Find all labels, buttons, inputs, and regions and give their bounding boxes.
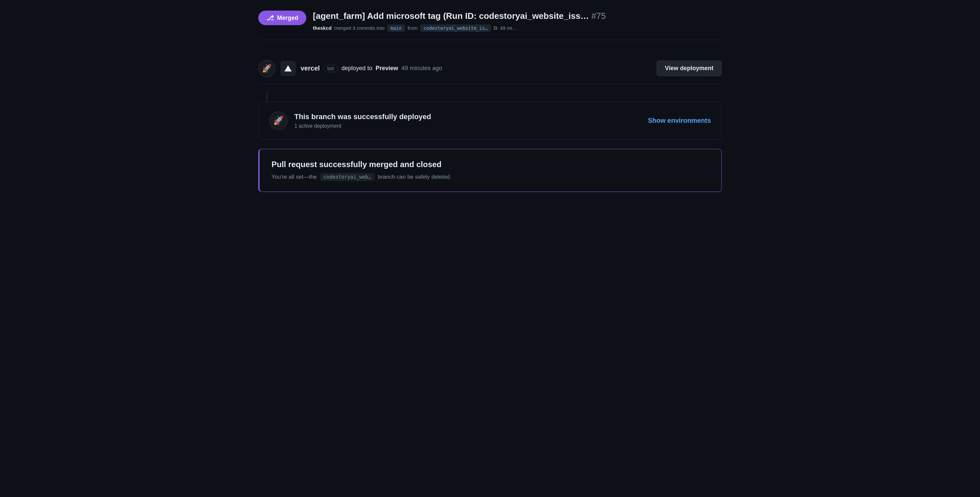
rocket-green-emoji: 🚀 — [273, 116, 284, 126]
success-card-left: 🚀 This branch was successfully deployed … — [269, 111, 431, 130]
deployment-text: vercel bot deployed to Preview 49 minute… — [301, 65, 442, 72]
merged-branch-pill: codestoryai_web… — [320, 173, 375, 181]
merged-badge-label: Merged — [277, 14, 298, 22]
pr-author[interactable]: theskcd — [313, 25, 332, 31]
bot-badge: bot — [323, 65, 338, 72]
copy-icon[interactable]: ⧉ — [494, 25, 497, 31]
connector-line — [267, 92, 267, 102]
service-name: vercel — [301, 65, 320, 72]
rocket-circle-icon: 🚀 — [258, 60, 275, 77]
view-deployment-button[interactable]: View deployment — [657, 60, 722, 76]
show-environments-link[interactable]: Show environments — [648, 117, 711, 124]
deployed-text: deployed to — [341, 65, 372, 72]
merged-card-body: You're all set—the codestoryai_web… bran… — [272, 173, 710, 181]
merged-card-title: Pull request successfully merged and clo… — [272, 160, 710, 169]
pr-meta: theskcd merged 3 commits into main from … — [313, 24, 606, 32]
pr-number: #75 — [591, 11, 606, 21]
pr-title-section: [agent_farm] Add microsoft tag (Run ID: … — [313, 11, 606, 32]
rocket-green-icon: 🚀 — [269, 111, 288, 130]
deployment-time: 49 minutes ago — [401, 65, 442, 72]
success-text-block: This branch was successfully deployed 1 … — [294, 113, 431, 129]
pr-from-text: from — [407, 25, 417, 31]
pr-title-text: [agent_farm] Add microsoft tag (Run ID: … — [313, 11, 589, 21]
vercel-triangle-icon — [285, 65, 292, 71]
success-subtitle: 1 active deployment — [294, 123, 431, 129]
pr-action-text: merged 3 commits into — [334, 25, 385, 31]
success-card: 🚀 This branch was successfully deployed … — [258, 102, 722, 140]
merge-icon: ⎇ — [266, 14, 274, 22]
environment-name: Preview — [375, 65, 398, 72]
vercel-logo — [281, 61, 295, 76]
merged-body-suffix: branch can be safely deleted. — [378, 174, 451, 180]
deployment-left: 🚀 vercel bot deployed to Preview 49 minu… — [258, 60, 442, 77]
success-title: This branch was successfully deployed — [294, 113, 431, 121]
merged-card: Pull request successfully merged and clo… — [258, 149, 722, 192]
pr-title: [agent_farm] Add microsoft tag (Run ID: … — [313, 11, 606, 22]
pr-base-branch[interactable]: main — [387, 24, 405, 32]
deployment-row: 🚀 vercel bot deployed to Preview 49 minu… — [258, 53, 722, 84]
rocket-icon: 🚀 — [262, 64, 272, 73]
pr-head-branch[interactable]: codestoryai_website_is… — [420, 24, 491, 32]
merged-body-prefix: You're all set—the — [272, 174, 317, 180]
merged-badge: ⎇ Merged — [258, 11, 306, 25]
pr-time: 49 mi… — [500, 25, 517, 31]
pr-header: ⎇ Merged [agent_farm] Add microsoft tag … — [258, 11, 722, 40]
